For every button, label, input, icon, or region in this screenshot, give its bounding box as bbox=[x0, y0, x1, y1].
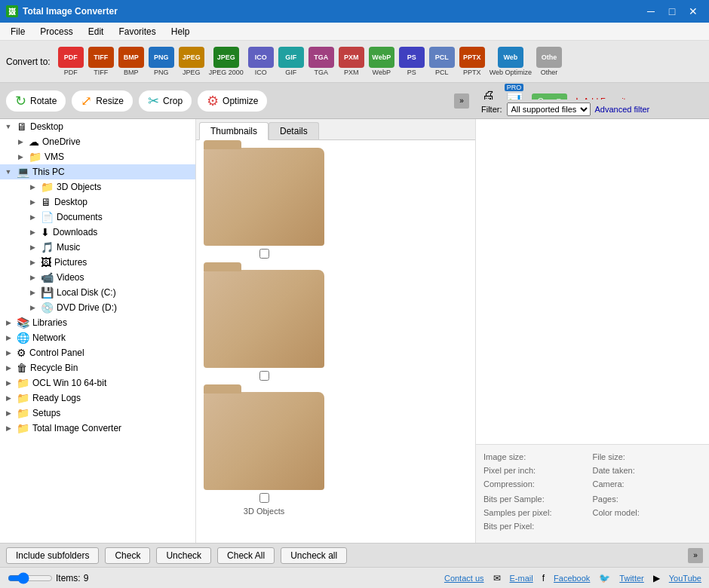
sidebar-item-localdisk[interactable]: ▶💾Local Disk (C:) bbox=[0, 285, 195, 300]
info-preview bbox=[476, 119, 709, 445]
tree-icon-onedrive: ☁ bbox=[29, 136, 39, 148]
contact-us-link[interactable]: Contact us bbox=[444, 574, 484, 583]
sidebar-item-onedrive[interactable]: ▶☁OneDrive bbox=[0, 134, 195, 149]
resize-button[interactable]: ⤢ Resize bbox=[72, 90, 133, 112]
sidebar-item-desktop[interactable]: ▼🖥Desktop bbox=[0, 119, 195, 134]
sidebar-item-documents[interactable]: ▶📄Documents bbox=[0, 210, 195, 225]
compression-key: Compression: bbox=[483, 479, 593, 488]
tree-icon-controlpanel: ⚙ bbox=[17, 347, 26, 359]
tree-arrow-pictures: ▶ bbox=[27, 259, 38, 266]
sidebar-item-videos[interactable]: ▶📹Videos bbox=[0, 270, 195, 285]
sidebar-item-totalimageconverter[interactable]: ▶📁Total Image Converter bbox=[0, 421, 195, 436]
tree-arrow-desktopc: ▶ bbox=[27, 198, 38, 206]
sidebar-item-oclwin[interactable]: ▶📁OCL Win 10 64-bit bbox=[0, 375, 195, 390]
sidebar-item-libraries[interactable]: ▶📚Libraries bbox=[0, 315, 195, 330]
pixel-per-inch-key: Pixel per inch: bbox=[483, 466, 593, 475]
menu-item-help[interactable]: Help bbox=[164, 25, 198, 38]
sidebar-item-thispc[interactable]: ▼💻This PC bbox=[0, 164, 195, 179]
sidebar-item-music[interactable]: ▶🎵Music bbox=[0, 240, 195, 255]
sidebar-item-desktopc[interactable]: ▶🖥Desktop bbox=[0, 194, 195, 210]
tree-icon-music: 🎵 bbox=[41, 241, 54, 253]
tree-icon-desktopc: 🖥 bbox=[41, 196, 51, 208]
menu-item-file[interactable]: File bbox=[3, 25, 32, 38]
check-button[interactable]: Check bbox=[105, 547, 150, 564]
thumb-item-0 bbox=[204, 148, 468, 262]
sidebar-item-recyclebin[interactable]: ▶🗑Recycle Bin bbox=[0, 360, 195, 375]
folder-thumb-1[interactable] bbox=[204, 270, 324, 368]
format-btn-gif[interactable]: GIFGIF bbox=[277, 45, 305, 78]
optimize-button[interactable]: ⚙ Optimize bbox=[198, 90, 267, 112]
tree-label-3dobjects: 3D Objects bbox=[57, 182, 101, 192]
format-btn-bmp[interactable]: BMPBMP bbox=[117, 45, 146, 78]
twitter-link[interactable]: Twitter bbox=[619, 574, 643, 583]
sidebar-item-downloads[interactable]: ▶⬇Downloads bbox=[0, 225, 195, 240]
tree-arrow-recyclebin: ▶ bbox=[3, 364, 14, 372]
tab-details[interactable]: Details bbox=[269, 122, 319, 139]
tree-icon-documents: 📄 bbox=[41, 211, 54, 223]
sidebar-item-network[interactable]: ▶🌐Network bbox=[0, 330, 195, 345]
advanced-filter-link[interactable]: Advanced filter bbox=[595, 105, 650, 114]
format-btn-jpeg2000[interactable]: JPEGJPEG 2000 bbox=[207, 45, 245, 78]
menu-item-edit[interactable]: Edit bbox=[81, 25, 112, 38]
uncheck-button[interactable]: Uncheck bbox=[156, 547, 211, 564]
tree-label-localdisk: Local Disk (C:) bbox=[57, 287, 116, 298]
rotate-button[interactable]: ↻ Rotate bbox=[6, 90, 66, 112]
format-btn-tiff[interactable]: TIFFTIFF bbox=[87, 45, 115, 78]
format-btn-png[interactable]: PNGPNG bbox=[147, 45, 176, 78]
filter-select[interactable]: All supported files bbox=[507, 103, 591, 116]
optimize-icon: ⚙ bbox=[207, 93, 219, 109]
menu-item-favorites[interactable]: Favorites bbox=[111, 25, 163, 38]
facebook-link[interactable]: Facebook bbox=[554, 574, 590, 583]
tab-thumbnails[interactable]: Thumbnails bbox=[199, 122, 269, 140]
zoom-slider[interactable] bbox=[8, 572, 53, 584]
tree-label-videos: Videos bbox=[57, 272, 84, 283]
sidebar-item-vms[interactable]: ▶📁VMS bbox=[0, 149, 195, 164]
thumb-checkbox-2[interactable] bbox=[259, 493, 269, 503]
title-bar-controls: ─ □ ✕ bbox=[641, 4, 703, 19]
filter-bar: Filter: All supported files Advanced fil… bbox=[475, 100, 709, 119]
sidebar-item-controlpanel[interactable]: ▶⚙Control Panel bbox=[0, 345, 195, 360]
status-left: Items: 9 bbox=[8, 572, 88, 584]
thumb-checkbox-0[interactable] bbox=[259, 249, 269, 259]
format-btn-pcl[interactable]: PCLPCL bbox=[428, 45, 456, 78]
folder-thumb-2[interactable] bbox=[204, 392, 324, 490]
format-btn-tga[interactable]: TGATGA bbox=[307, 45, 336, 78]
email-link[interactable]: E-mail bbox=[510, 574, 533, 583]
tree-icon-dvddrive: 💿 bbox=[41, 302, 54, 314]
format-btn-pptx[interactable]: PPTXPPTX bbox=[458, 45, 486, 78]
tree-label-pictures: Pictures bbox=[54, 257, 87, 268]
status-right: Contact us ✉ E-mail f Facebook 🐦 Twitter… bbox=[444, 573, 701, 583]
action-expand-button[interactable]: » bbox=[454, 93, 469, 109]
tree-arrow-libraries: ▶ bbox=[3, 319, 14, 326]
sidebar-item-3dobjects[interactable]: ▶📁3D Objects bbox=[0, 179, 195, 194]
minimize-button[interactable]: ─ bbox=[641, 4, 661, 19]
sidebar-item-pictures[interactable]: ▶🖼Pictures bbox=[0, 255, 195, 270]
format-btn-jpeg[interactable]: JPEGJPEG bbox=[177, 45, 206, 78]
sidebar-item-readylogs[interactable]: ▶📁Ready Logs bbox=[0, 390, 195, 406]
format-btn-ico[interactable]: ICOICO bbox=[247, 45, 275, 78]
tree-arrow-3dobjects: ▶ bbox=[27, 183, 38, 191]
menu-item-process[interactable]: Process bbox=[32, 25, 80, 38]
format-btn-ps[interactable]: PSPS bbox=[397, 45, 426, 78]
format-btn-other[interactable]: OtheOther bbox=[535, 45, 563, 78]
include-subfolders-button[interactable]: Include subfolders bbox=[6, 547, 99, 564]
maximize-button[interactable]: □ bbox=[662, 4, 682, 19]
uncheck-all-button[interactable]: Uncheck all bbox=[281, 547, 347, 564]
thumb-checkbox-1[interactable] bbox=[259, 371, 269, 381]
content-pane: Thumbnails Details 3D Objects bbox=[196, 119, 475, 543]
samples-per-pixel-key: Samples per pixel: bbox=[483, 508, 593, 517]
format-btn-pdf[interactable]: PDFPDF bbox=[57, 45, 85, 78]
bottom-expand-button[interactable]: » bbox=[688, 548, 703, 563]
crop-button[interactable]: ✂ Crop bbox=[139, 90, 192, 112]
sidebar-item-dvddrive[interactable]: ▶💿DVD Drive (D:) bbox=[0, 300, 195, 315]
format-btn-weboptimize[interactable]: Web Web Optimize bbox=[488, 45, 533, 78]
format-btn-webp[interactable]: WebPWebP bbox=[367, 45, 396, 78]
tree-arrow-totalimageconverter: ▶ bbox=[3, 424, 14, 432]
folder-thumb-0[interactable] bbox=[204, 148, 324, 246]
check-all-button[interactable]: Check All bbox=[217, 547, 275, 564]
close-button[interactable]: ✕ bbox=[683, 4, 703, 19]
info-metadata: Image size: File size: Pixel per inch: D… bbox=[476, 445, 709, 543]
format-btn-pxm[interactable]: PXMPXM bbox=[337, 45, 366, 78]
youtube-link[interactable]: YouTube bbox=[669, 574, 701, 583]
sidebar-item-setups[interactable]: ▶📁Setups bbox=[0, 406, 195, 421]
